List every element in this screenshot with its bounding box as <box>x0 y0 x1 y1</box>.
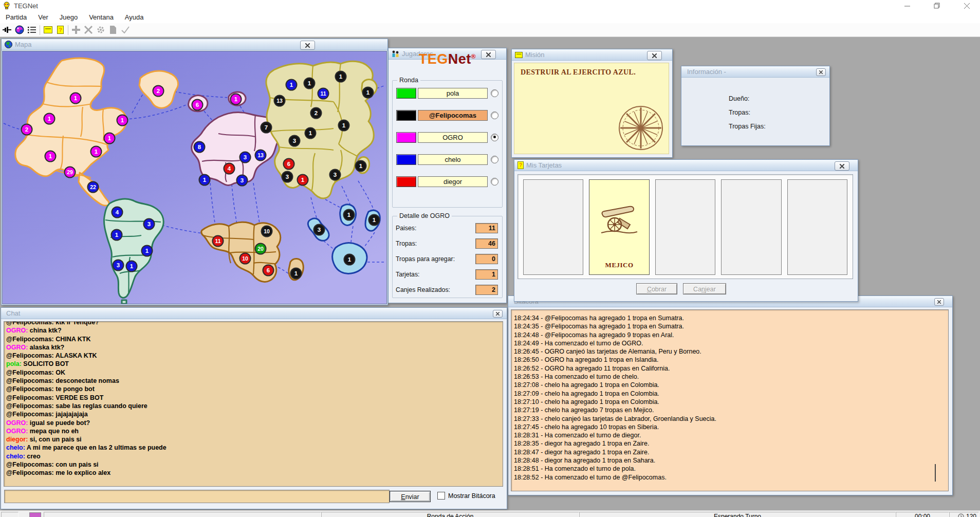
informacion-close-button[interactable] <box>816 68 826 76</box>
svg-text:1: 1 <box>115 232 119 238</box>
svg-text:8: 8 <box>198 144 201 150</box>
empty-card-slot[interactable] <box>523 179 583 275</box>
current-player-color <box>29 512 41 517</box>
canjear-button[interactable]: Canjear <box>683 283 726 294</box>
tarjetas-title: Mis Tarjetas <box>526 161 562 169</box>
mostrar-bitacora-option: Mostrar Bitácora <box>437 492 495 500</box>
empty-card-slot[interactable] <box>655 179 715 275</box>
clock-icon <box>958 513 964 517</box>
svg-text:1: 1 <box>130 263 134 269</box>
svg-text:1: 1 <box>309 130 312 136</box>
chat-message: chelo: A mi me parece que en las 2 ultim… <box>6 444 501 452</box>
log-entry: 18:27:45 - chelo ha agregado 10 tropas e… <box>514 423 946 431</box>
chat-sender: OGRO: <box>6 327 30 334</box>
menu-item-juego[interactable]: Juego <box>54 12 83 22</box>
chat-text: si, con un pais si <box>30 436 82 443</box>
player-select-radio[interactable] <box>491 156 498 163</box>
menu-bar: PartidaVerJuegoVentanaAyuda <box>0 11 980 24</box>
toolbar-separator <box>40 25 40 35</box>
chat-input[interactable] <box>4 490 390 503</box>
add-icon[interactable] <box>70 24 82 35</box>
menu-item-ventana[interactable]: Ventana <box>83 12 119 22</box>
status-panel-time: 00:00 <box>896 512 949 517</box>
status-panel-empty <box>1 512 19 517</box>
chat-sender: OGRO: <box>6 344 30 351</box>
confirm-check-icon[interactable] <box>119 24 132 35</box>
chat-text: te pongo bot <box>56 385 95 393</box>
cobrar-button[interactable]: Cobrar <box>636 283 677 294</box>
svg-text:11: 11 <box>320 90 326 97</box>
log-entry: 18:27:10 - chelo ha agregado 1 tropa en … <box>514 398 946 406</box>
svg-text:3: 3 <box>117 262 120 268</box>
empty-card-slot[interactable] <box>787 179 847 275</box>
informacion-fields: Dueño:Tropas:Tropas Fijas: <box>729 95 766 137</box>
mision-close-button[interactable] <box>647 51 662 60</box>
restore-button[interactable] <box>925 0 949 11</box>
document-icon[interactable] <box>107 24 119 35</box>
map-canvas[interactable]: 1121111292224311316178313413111111132113… <box>2 51 387 304</box>
player-select-radio[interactable] <box>491 134 498 141</box>
toolbar-separator <box>68 25 68 35</box>
chat-text: china ktk? <box>30 327 62 334</box>
menu-item-ayuda[interactable]: Ayuda <box>119 12 150 22</box>
player-name-field[interactable]: chelo <box>418 154 488 165</box>
list-icon[interactable] <box>26 24 38 35</box>
detail-row: Tropas:46 <box>396 238 499 249</box>
svg-text:3: 3 <box>241 177 244 183</box>
svg-text:1: 1 <box>48 116 51 122</box>
chat-sender: chelo: <box>6 444 27 451</box>
svg-text:2: 2 <box>157 88 160 94</box>
tarjetas-close-button[interactable] <box>835 161 849 171</box>
player-name-field[interactable]: OGRO <box>418 132 488 143</box>
enviar-button[interactable]: Enviar <box>390 491 431 502</box>
settings-gear-icon[interactable] <box>95 24 107 35</box>
chat-close-button[interactable] <box>493 310 503 318</box>
detail-row: Canjes Realizados:2 <box>396 285 499 295</box>
log-entry: 18:24:49 - Ha comenzado el turno de OGRO… <box>514 339 946 347</box>
detail-value: 46 <box>475 238 498 249</box>
chat-text: con un pais si <box>56 461 98 468</box>
log-entry: 18:26:45 - OGRO canjeó las tarjetas de A… <box>514 347 946 356</box>
chat-sender: OGRO: <box>6 419 30 427</box>
log-entry: 18:27:33 - chelo canjeó las tarjetas de … <box>514 415 946 423</box>
mostrar-bitacora-checkbox[interactable] <box>437 492 445 500</box>
player-name-field[interactable]: @Felipocomas <box>418 110 488 121</box>
chat-message: @Felipocomas: me lo explico alex <box>6 469 501 477</box>
menu-item-ver[interactable]: Ver <box>32 12 54 22</box>
world-icon[interactable] <box>13 24 26 35</box>
chat-text: VERDE ES BOT <box>56 394 103 401</box>
bitacora-close-button[interactable] <box>934 298 944 306</box>
chat-message: @Felipocomas: ALASKA KTK <box>6 352 501 360</box>
window-mapa: Mapa <box>1 39 388 305</box>
minimize-button[interactable] <box>895 0 919 11</box>
svg-text:1: 1 <box>366 89 370 96</box>
chat-message-list[interactable]: @Felipocomas: ktk ir Tenque?OGRO: china … <box>4 321 503 487</box>
svg-text:1: 1 <box>108 135 112 141</box>
close-button[interactable] <box>955 0 978 11</box>
player-select-radio[interactable] <box>491 178 498 186</box>
status-panel-empty2 <box>44 512 321 517</box>
player-name-field[interactable]: diegor <box>418 176 488 187</box>
player-select-radio[interactable] <box>491 89 498 97</box>
country-card[interactable]: MEJICO <box>589 179 649 275</box>
chat-sender: @Felipocomas: <box>6 352 56 359</box>
empty-card-slot[interactable] <box>721 179 781 275</box>
mapa-close-button[interactable] <box>300 41 315 50</box>
connect-icon[interactable] <box>1 24 13 35</box>
delete-icon[interactable] <box>82 24 95 35</box>
mission-note-icon[interactable] <box>42 24 54 35</box>
player-row: pola <box>396 88 498 99</box>
chat-message: @Felipocomas: OK <box>6 368 501 377</box>
tarjetas-titlebar: ? Mis Tarjetas <box>514 160 858 171</box>
chat-sender: @Felipocomas: <box>6 461 56 468</box>
bitacora-log[interactable]: 18:24:34 - @Felipocomas ha agregado 1 tr… <box>511 309 949 491</box>
restore-icon <box>934 3 940 9</box>
player-color-swatch <box>396 110 416 121</box>
player-select-radio[interactable] <box>491 112 498 119</box>
mision-title: Misión <box>525 51 545 59</box>
svg-text:?: ? <box>59 27 62 33</box>
player-name-field[interactable]: pola <box>418 88 488 99</box>
menu-item-partida[interactable]: Partida <box>0 12 32 22</box>
cards-icon[interactable]: ? <box>54 24 66 35</box>
card-country-name: MEJICO <box>589 261 649 269</box>
